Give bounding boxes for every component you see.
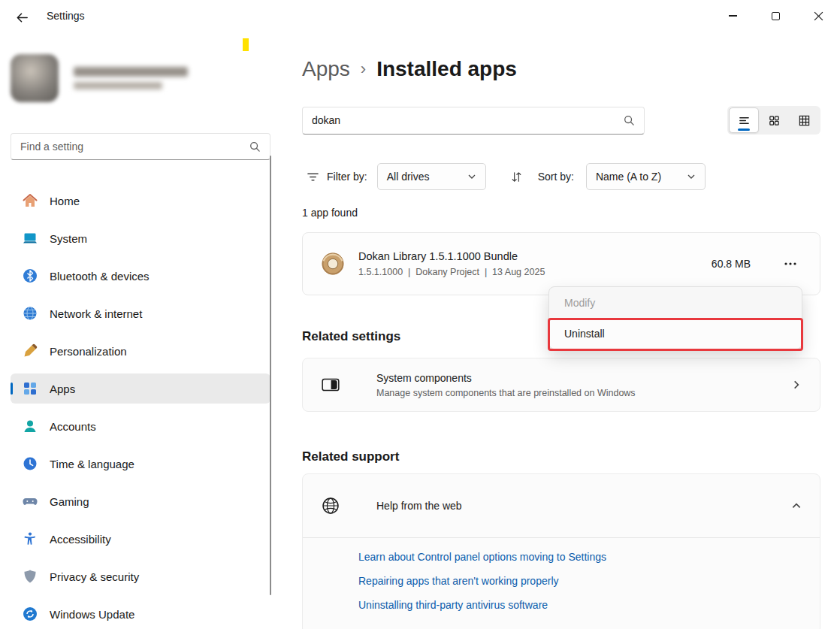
- close-icon: [814, 11, 823, 21]
- page-title: Installed apps: [376, 57, 517, 81]
- filter-by-label: Filter by:: [327, 171, 367, 183]
- window-controls: [712, 0, 840, 32]
- grid-view-button[interactable]: [759, 107, 789, 133]
- view-toggle-group: [727, 106, 820, 135]
- grid-view-icon: [768, 114, 781, 127]
- time-language-icon: [23, 456, 38, 471]
- sidebar-item-label: Personalization: [50, 345, 127, 358]
- personalization-icon: [23, 343, 38, 358]
- filter-icon: [307, 171, 319, 183]
- accessibility-icon: [23, 531, 38, 546]
- app-size: 60.8 MB: [712, 258, 751, 270]
- help-links: Learn about Control panel options moving…: [303, 538, 820, 611]
- sidebar-item-system[interactable]: System: [11, 223, 270, 253]
- back-button[interactable]: [9, 6, 35, 29]
- network-icon: [23, 306, 38, 321]
- sidebar-scrollbar[interactable]: [270, 156, 271, 595]
- more-options-button[interactable]: [779, 253, 802, 275]
- sidebar-item-time-language[interactable]: Time & language: [11, 449, 270, 479]
- sort-dropdown[interactable]: Name (A to Z): [586, 163, 706, 190]
- result-count: 1 app found: [302, 207, 820, 221]
- chevron-right-icon: [791, 380, 802, 390]
- globe-icon: [321, 496, 340, 516]
- selected-view-indicator: [738, 129, 750, 131]
- user-avatar[interactable]: [11, 54, 59, 102]
- maximize-icon: [772, 12, 780, 20]
- list-view-icon: [738, 114, 751, 127]
- sidebar-item-apps[interactable]: Apps: [11, 373, 270, 404]
- sidebar-item-privacy-security[interactable]: Privacy & security: [11, 561, 270, 591]
- sidebar-item-personalization[interactable]: Personalization: [11, 336, 270, 366]
- sidebar-item-label: Home: [50, 195, 80, 207]
- breadcrumb-apps[interactable]: Apps: [302, 57, 350, 81]
- sort-dropdown-value: Name (A to Z): [596, 171, 661, 183]
- windows-update-icon: [23, 606, 38, 621]
- settings-window: Settings Home: [0, 0, 840, 629]
- list-view-button[interactable]: [729, 107, 759, 133]
- sidebar: Home System Bluetooth & devices Network …: [0, 34, 272, 629]
- sidebar-item-network-internet[interactable]: Network & internet: [11, 298, 270, 328]
- sidebar-item-bluetooth-devices[interactable]: Bluetooth & devices: [11, 261, 270, 291]
- back-icon: [15, 11, 29, 25]
- app-details: 1.5.1.1000 | Dokany Project | 13 Aug 202…: [358, 267, 545, 277]
- sidebar-item-label: Windows Update: [50, 608, 134, 621]
- user-name-redacted: [74, 67, 188, 77]
- system-icon: [23, 231, 38, 246]
- context-menu-modify[interactable]: Modify: [549, 287, 802, 318]
- sidebar-item-accessibility[interactable]: Accessibility: [11, 524, 270, 554]
- home-icon: [23, 193, 38, 208]
- filter-dropdown-value: All drives: [387, 171, 430, 183]
- system-components-description: Manage system components that are preins…: [376, 388, 636, 398]
- user-email-redacted: [74, 82, 162, 89]
- system-components-text: System components Manage system componen…: [376, 372, 636, 398]
- more-options-icon: [784, 262, 797, 266]
- app-search-box: [302, 107, 645, 135]
- find-a-setting-input[interactable]: [11, 141, 249, 153]
- breadcrumb: Apps › Installed apps: [302, 53, 820, 85]
- context-menu-uninstall[interactable]: Uninstall: [549, 318, 802, 349]
- help-from-web-header[interactable]: Help from the web: [303, 474, 820, 537]
- sidebar-item-label: Gaming: [50, 495, 89, 508]
- gaming-icon: [23, 494, 38, 509]
- sidebar-item-label: Accessibility: [50, 533, 111, 546]
- close-button[interactable]: [797, 0, 840, 32]
- find-a-setting-box: [11, 133, 270, 160]
- dokan-app-icon: [319, 250, 346, 277]
- app-context-menu: Modify Uninstall: [548, 286, 802, 349]
- help-from-web-card: Help from the web Learn about Control pa…: [302, 473, 820, 629]
- filter-dropdown[interactable]: All drives: [377, 163, 486, 190]
- sidebar-item-label: Accounts: [50, 420, 96, 433]
- sidebar-item-home[interactable]: Home: [11, 186, 270, 216]
- accounts-icon: [23, 419, 38, 434]
- app-search-input[interactable]: [303, 114, 624, 126]
- titlebar: Settings: [0, 0, 840, 34]
- sidebar-nav: Home System Bluetooth & devices Network …: [11, 186, 270, 629]
- sidebar-item-label: Bluetooth & devices: [50, 270, 150, 283]
- chevron-down-icon: [467, 172, 476, 181]
- selected-accent-bar: [11, 383, 13, 395]
- breadcrumb-separator: ›: [361, 59, 366, 79]
- minimize-button[interactable]: [712, 0, 754, 32]
- help-link-control-panel[interactable]: Learn about Control panel options moving…: [358, 551, 802, 563]
- help-from-web-title: Help from the web: [376, 500, 462, 512]
- search-row: [302, 106, 820, 135]
- sidebar-item-accounts[interactable]: Accounts: [11, 411, 270, 441]
- sidebar-item-gaming[interactable]: Gaming: [11, 486, 270, 516]
- maximize-button[interactable]: [754, 0, 797, 32]
- sort-icon: [510, 171, 523, 183]
- window-title: Settings: [47, 10, 85, 22]
- app-info: Dokan Library 1.5.1.1000 Bundle 1.5.1.10…: [358, 250, 545, 277]
- help-link-repairing-apps[interactable]: Repairing apps that aren't working prope…: [358, 575, 802, 587]
- sidebar-item-label: Time & language: [50, 458, 134, 470]
- system-components-card[interactable]: System components Manage system componen…: [302, 358, 820, 412]
- sidebar-item-windows-update[interactable]: Windows Update: [11, 599, 270, 629]
- tile-view-button[interactable]: [789, 107, 819, 133]
- system-components-icon: [321, 375, 340, 395]
- sidebar-item-label: Network & internet: [50, 307, 142, 320]
- search-icon[interactable]: [624, 115, 635, 126]
- filter-sort-row: Filter by: All drives Sort by: Name (A t…: [302, 163, 820, 190]
- sidebar-item-label: System: [50, 232, 87, 245]
- system-components-title: System components: [376, 372, 636, 384]
- help-link-uninstall-antivirus[interactable]: Uninstalling third-party antivirus softw…: [358, 599, 802, 611]
- related-support-heading: Related support: [302, 449, 820, 466]
